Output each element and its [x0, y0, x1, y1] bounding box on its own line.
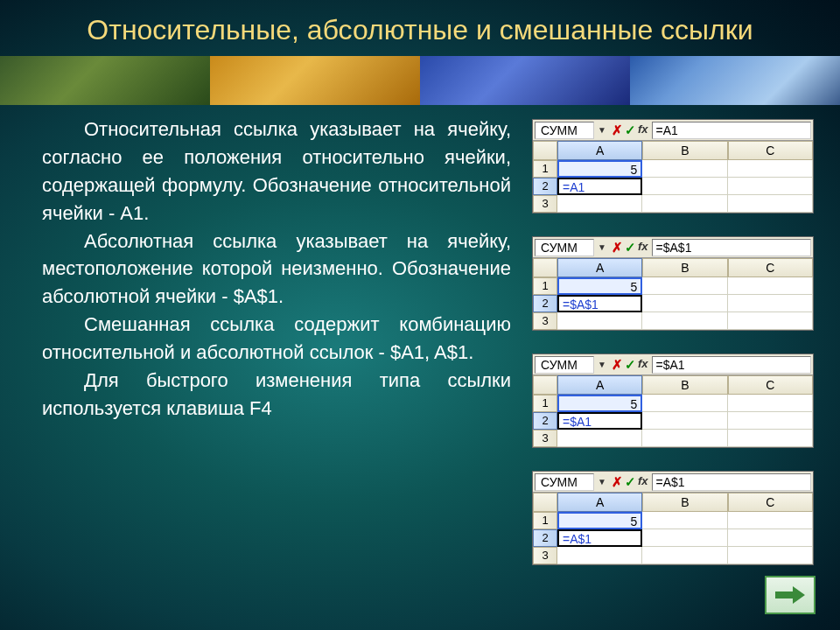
- slide-title: Относительные, абсолютные и смешанные сс…: [0, 0, 840, 52]
- formula-input[interactable]: =$A1: [652, 356, 811, 374]
- enter-icon[interactable]: ✓: [625, 474, 636, 490]
- cell[interactable]: [642, 160, 727, 178]
- enter-icon[interactable]: ✓: [625, 240, 636, 256]
- dropdown-icon[interactable]: ▼: [596, 125, 608, 135]
- cell[interactable]: [557, 312, 642, 330]
- cell[interactable]: [557, 430, 642, 447]
- cell[interactable]: [642, 195, 727, 213]
- fx-icon[interactable]: fx: [638, 240, 648, 256]
- cell[interactable]: [728, 178, 813, 195]
- cell-a2-active[interactable]: =$A1: [557, 412, 642, 430]
- body-text: Относительная ссылка указывает на ячейку…: [42, 116, 511, 565]
- col-header[interactable]: B: [642, 258, 727, 277]
- formula-input[interactable]: =A$1: [652, 473, 811, 491]
- name-box[interactable]: СУММ: [535, 356, 594, 374]
- cell[interactable]: [642, 395, 727, 412]
- cell[interactable]: [642, 529, 727, 547]
- cell[interactable]: [557, 547, 642, 564]
- cell[interactable]: [642, 178, 727, 195]
- col-header[interactable]: A: [557, 141, 642, 160]
- cell[interactable]: [728, 547, 813, 564]
- corner-header[interactable]: [533, 375, 557, 395]
- col-header[interactable]: C: [728, 258, 813, 277]
- spreadsheet-example: СУММ ▼ ✗ ✓ fx =A$1 A B C 1 5 2 =A$1: [532, 471, 814, 565]
- spreadsheet-example: СУММ ▼ ✗ ✓ fx =$A$1 A B C 1 5 2 =$A$1: [532, 236, 814, 331]
- cell[interactable]: [642, 547, 727, 564]
- cell[interactable]: [728, 195, 813, 213]
- cell[interactable]: [728, 529, 813, 547]
- row-header[interactable]: 2: [533, 295, 557, 312]
- cell[interactable]: [728, 277, 813, 295]
- row-header[interactable]: 1: [533, 277, 557, 295]
- enter-icon[interactable]: ✓: [625, 357, 636, 373]
- cell[interactable]: [728, 312, 813, 330]
- cell-a2-active[interactable]: =A$1: [557, 529, 642, 547]
- fx-icon[interactable]: fx: [638, 357, 648, 373]
- cancel-icon[interactable]: ✗: [612, 357, 623, 373]
- col-header[interactable]: A: [557, 258, 642, 277]
- cancel-icon[interactable]: ✗: [612, 240, 623, 256]
- cell-a1[interactable]: 5: [557, 512, 642, 529]
- cell[interactable]: [728, 512, 813, 529]
- cancel-icon[interactable]: ✗: [612, 474, 623, 490]
- cell[interactable]: [642, 277, 727, 295]
- cell[interactable]: [557, 195, 642, 213]
- formula-bar: СУММ ▼ ✗ ✓ fx =$A1: [533, 354, 813, 375]
- row-header[interactable]: 2: [533, 529, 557, 547]
- row-header[interactable]: 3: [533, 547, 557, 564]
- row-header[interactable]: 1: [533, 512, 557, 529]
- cell-a1[interactable]: 5: [557, 160, 642, 178]
- row-header[interactable]: 2: [533, 178, 557, 195]
- cell-a2-active[interactable]: =$A$1: [557, 295, 642, 312]
- name-box[interactable]: СУММ: [535, 239, 594, 256]
- cell[interactable]: [728, 295, 813, 312]
- name-box[interactable]: СУММ: [535, 122, 594, 139]
- cell[interactable]: [728, 430, 813, 447]
- dropdown-icon[interactable]: ▼: [596, 477, 608, 486]
- row-header[interactable]: 3: [533, 430, 557, 447]
- corner-header[interactable]: [533, 258, 557, 277]
- dropdown-icon[interactable]: ▼: [596, 360, 608, 369]
- cell-a1[interactable]: 5: [557, 277, 642, 295]
- cell[interactable]: [642, 430, 727, 447]
- cell[interactable]: [642, 312, 727, 330]
- col-header[interactable]: C: [728, 493, 813, 512]
- cell-a2-active[interactable]: =A1: [557, 178, 642, 195]
- next-slide-button[interactable]: [765, 576, 816, 614]
- fx-icon[interactable]: fx: [638, 122, 648, 138]
- fx-icon[interactable]: fx: [638, 474, 648, 490]
- col-header[interactable]: C: [728, 375, 813, 395]
- arrow-right-icon: [775, 584, 805, 606]
- formula-bar: СУММ ▼ ✗ ✓ fx =A$1: [533, 472, 813, 493]
- col-header[interactable]: B: [642, 493, 727, 512]
- row-header[interactable]: 1: [533, 160, 557, 178]
- spreadsheet-examples: СУММ ▼ ✗ ✓ fx =A1 A B C 1 5 2 =A1: [532, 116, 814, 565]
- paragraph: Относительная ссылка указывает на ячейку…: [42, 116, 511, 228]
- row-header[interactable]: 2: [533, 412, 557, 430]
- col-header[interactable]: A: [557, 493, 642, 512]
- formula-input[interactable]: =$A$1: [652, 239, 811, 256]
- corner-header[interactable]: [533, 141, 557, 160]
- cell[interactable]: [728, 412, 813, 430]
- row-header[interactable]: 3: [533, 312, 557, 330]
- cell[interactable]: [642, 512, 727, 529]
- cancel-icon[interactable]: ✗: [612, 122, 623, 138]
- cell[interactable]: [642, 412, 727, 430]
- col-header[interactable]: A: [557, 375, 642, 395]
- enter-icon[interactable]: ✓: [625, 122, 636, 138]
- formula-input[interactable]: =A1: [652, 122, 811, 139]
- formula-bar: СУММ ▼ ✗ ✓ fx =$A$1: [533, 237, 813, 258]
- name-box[interactable]: СУММ: [535, 473, 594, 491]
- cell[interactable]: [728, 160, 813, 178]
- corner-header[interactable]: [533, 493, 557, 512]
- cell[interactable]: [728, 395, 813, 412]
- col-header[interactable]: C: [728, 141, 813, 160]
- col-header[interactable]: B: [642, 375, 727, 395]
- paragraph: Абсолютная ссылка указывает на ячейку, м…: [42, 228, 511, 312]
- cell[interactable]: [642, 295, 727, 312]
- row-header[interactable]: 1: [533, 395, 557, 412]
- row-header[interactable]: 3: [533, 195, 557, 213]
- col-header[interactable]: B: [642, 141, 727, 160]
- dropdown-icon[interactable]: ▼: [596, 242, 608, 252]
- cell-a1[interactable]: 5: [557, 395, 642, 412]
